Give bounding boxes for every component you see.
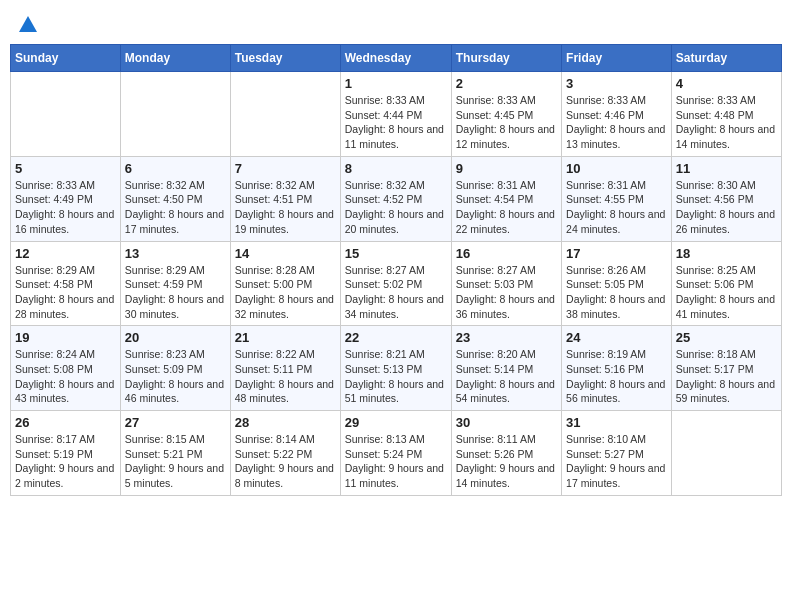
day-info: Sunrise: 8:29 AM Sunset: 4:59 PM Dayligh…	[125, 263, 226, 322]
day-info: Sunrise: 8:33 AM Sunset: 4:45 PM Dayligh…	[456, 93, 557, 152]
day-info: Sunrise: 8:15 AM Sunset: 5:21 PM Dayligh…	[125, 432, 226, 491]
calendar-cell: 26Sunrise: 8:17 AM Sunset: 5:19 PM Dayli…	[11, 411, 121, 496]
day-number: 20	[125, 330, 226, 345]
logo-icon	[17, 14, 39, 36]
calendar-cell: 13Sunrise: 8:29 AM Sunset: 4:59 PM Dayli…	[120, 241, 230, 326]
day-info: Sunrise: 8:18 AM Sunset: 5:17 PM Dayligh…	[676, 347, 777, 406]
day-info: Sunrise: 8:33 AM Sunset: 4:48 PM Dayligh…	[676, 93, 777, 152]
header-monday: Monday	[120, 45, 230, 72]
calendar-cell: 8Sunrise: 8:32 AM Sunset: 4:52 PM Daylig…	[340, 156, 451, 241]
week-row-5: 26Sunrise: 8:17 AM Sunset: 5:19 PM Dayli…	[11, 411, 782, 496]
day-number: 26	[15, 415, 116, 430]
day-number: 5	[15, 161, 116, 176]
day-number: 14	[235, 246, 336, 261]
day-info: Sunrise: 8:23 AM Sunset: 5:09 PM Dayligh…	[125, 347, 226, 406]
calendar-cell: 3Sunrise: 8:33 AM Sunset: 4:46 PM Daylig…	[562, 72, 672, 157]
calendar-cell: 7Sunrise: 8:32 AM Sunset: 4:51 PM Daylig…	[230, 156, 340, 241]
day-number: 2	[456, 76, 557, 91]
day-info: Sunrise: 8:32 AM Sunset: 4:50 PM Dayligh…	[125, 178, 226, 237]
week-row-2: 5Sunrise: 8:33 AM Sunset: 4:49 PM Daylig…	[11, 156, 782, 241]
page-header	[10, 10, 782, 36]
day-number: 11	[676, 161, 777, 176]
day-number: 1	[345, 76, 447, 91]
day-info: Sunrise: 8:27 AM Sunset: 5:02 PM Dayligh…	[345, 263, 447, 322]
day-number: 27	[125, 415, 226, 430]
day-info: Sunrise: 8:22 AM Sunset: 5:11 PM Dayligh…	[235, 347, 336, 406]
calendar-cell: 31Sunrise: 8:10 AM Sunset: 5:27 PM Dayli…	[562, 411, 672, 496]
calendar-cell: 12Sunrise: 8:29 AM Sunset: 4:58 PM Dayli…	[11, 241, 121, 326]
week-row-3: 12Sunrise: 8:29 AM Sunset: 4:58 PM Dayli…	[11, 241, 782, 326]
header-saturday: Saturday	[671, 45, 781, 72]
calendar-cell: 29Sunrise: 8:13 AM Sunset: 5:24 PM Dayli…	[340, 411, 451, 496]
day-info: Sunrise: 8:19 AM Sunset: 5:16 PM Dayligh…	[566, 347, 667, 406]
day-info: Sunrise: 8:30 AM Sunset: 4:56 PM Dayligh…	[676, 178, 777, 237]
day-number: 16	[456, 246, 557, 261]
day-number: 29	[345, 415, 447, 430]
day-number: 24	[566, 330, 667, 345]
day-number: 10	[566, 161, 667, 176]
day-number: 4	[676, 76, 777, 91]
header-tuesday: Tuesday	[230, 45, 340, 72]
day-info: Sunrise: 8:27 AM Sunset: 5:03 PM Dayligh…	[456, 263, 557, 322]
day-number: 9	[456, 161, 557, 176]
calendar-cell: 4Sunrise: 8:33 AM Sunset: 4:48 PM Daylig…	[671, 72, 781, 157]
calendar-cell: 6Sunrise: 8:32 AM Sunset: 4:50 PM Daylig…	[120, 156, 230, 241]
week-row-4: 19Sunrise: 8:24 AM Sunset: 5:08 PM Dayli…	[11, 326, 782, 411]
day-info: Sunrise: 8:21 AM Sunset: 5:13 PM Dayligh…	[345, 347, 447, 406]
day-info: Sunrise: 8:24 AM Sunset: 5:08 PM Dayligh…	[15, 347, 116, 406]
day-number: 31	[566, 415, 667, 430]
week-row-1: 1Sunrise: 8:33 AM Sunset: 4:44 PM Daylig…	[11, 72, 782, 157]
day-info: Sunrise: 8:33 AM Sunset: 4:49 PM Dayligh…	[15, 178, 116, 237]
day-info: Sunrise: 8:11 AM Sunset: 5:26 PM Dayligh…	[456, 432, 557, 491]
day-info: Sunrise: 8:29 AM Sunset: 4:58 PM Dayligh…	[15, 263, 116, 322]
calendar-cell	[120, 72, 230, 157]
calendar-cell: 28Sunrise: 8:14 AM Sunset: 5:22 PM Dayli…	[230, 411, 340, 496]
header-friday: Friday	[562, 45, 672, 72]
calendar-header-row: SundayMondayTuesdayWednesdayThursdayFrid…	[11, 45, 782, 72]
day-info: Sunrise: 8:32 AM Sunset: 4:52 PM Dayligh…	[345, 178, 447, 237]
day-number: 23	[456, 330, 557, 345]
day-number: 17	[566, 246, 667, 261]
day-info: Sunrise: 8:33 AM Sunset: 4:46 PM Dayligh…	[566, 93, 667, 152]
day-info: Sunrise: 8:25 AM Sunset: 5:06 PM Dayligh…	[676, 263, 777, 322]
calendar-cell: 17Sunrise: 8:26 AM Sunset: 5:05 PM Dayli…	[562, 241, 672, 326]
day-number: 7	[235, 161, 336, 176]
day-info: Sunrise: 8:20 AM Sunset: 5:14 PM Dayligh…	[456, 347, 557, 406]
day-info: Sunrise: 8:17 AM Sunset: 5:19 PM Dayligh…	[15, 432, 116, 491]
day-number: 15	[345, 246, 447, 261]
calendar-cell: 24Sunrise: 8:19 AM Sunset: 5:16 PM Dayli…	[562, 326, 672, 411]
day-number: 19	[15, 330, 116, 345]
calendar-cell: 16Sunrise: 8:27 AM Sunset: 5:03 PM Dayli…	[451, 241, 561, 326]
day-number: 28	[235, 415, 336, 430]
day-number: 6	[125, 161, 226, 176]
header-wednesday: Wednesday	[340, 45, 451, 72]
day-number: 22	[345, 330, 447, 345]
calendar-cell: 2Sunrise: 8:33 AM Sunset: 4:45 PM Daylig…	[451, 72, 561, 157]
day-info: Sunrise: 8:28 AM Sunset: 5:00 PM Dayligh…	[235, 263, 336, 322]
day-info: Sunrise: 8:10 AM Sunset: 5:27 PM Dayligh…	[566, 432, 667, 491]
day-info: Sunrise: 8:13 AM Sunset: 5:24 PM Dayligh…	[345, 432, 447, 491]
calendar-cell: 10Sunrise: 8:31 AM Sunset: 4:55 PM Dayli…	[562, 156, 672, 241]
day-number: 8	[345, 161, 447, 176]
day-number: 18	[676, 246, 777, 261]
day-info: Sunrise: 8:26 AM Sunset: 5:05 PM Dayligh…	[566, 263, 667, 322]
day-info: Sunrise: 8:14 AM Sunset: 5:22 PM Dayligh…	[235, 432, 336, 491]
calendar-cell: 11Sunrise: 8:30 AM Sunset: 4:56 PM Dayli…	[671, 156, 781, 241]
header-sunday: Sunday	[11, 45, 121, 72]
logo	[14, 14, 39, 32]
calendar-cell: 19Sunrise: 8:24 AM Sunset: 5:08 PM Dayli…	[11, 326, 121, 411]
day-number: 3	[566, 76, 667, 91]
day-info: Sunrise: 8:31 AM Sunset: 4:54 PM Dayligh…	[456, 178, 557, 237]
calendar-cell: 23Sunrise: 8:20 AM Sunset: 5:14 PM Dayli…	[451, 326, 561, 411]
day-info: Sunrise: 8:33 AM Sunset: 4:44 PM Dayligh…	[345, 93, 447, 152]
calendar-cell: 27Sunrise: 8:15 AM Sunset: 5:21 PM Dayli…	[120, 411, 230, 496]
calendar-cell: 21Sunrise: 8:22 AM Sunset: 5:11 PM Dayli…	[230, 326, 340, 411]
calendar-cell: 25Sunrise: 8:18 AM Sunset: 5:17 PM Dayli…	[671, 326, 781, 411]
day-number: 12	[15, 246, 116, 261]
calendar-cell: 14Sunrise: 8:28 AM Sunset: 5:00 PM Dayli…	[230, 241, 340, 326]
day-number: 21	[235, 330, 336, 345]
calendar-cell: 20Sunrise: 8:23 AM Sunset: 5:09 PM Dayli…	[120, 326, 230, 411]
calendar-cell: 22Sunrise: 8:21 AM Sunset: 5:13 PM Dayli…	[340, 326, 451, 411]
day-number: 30	[456, 415, 557, 430]
calendar-cell: 15Sunrise: 8:27 AM Sunset: 5:02 PM Dayli…	[340, 241, 451, 326]
